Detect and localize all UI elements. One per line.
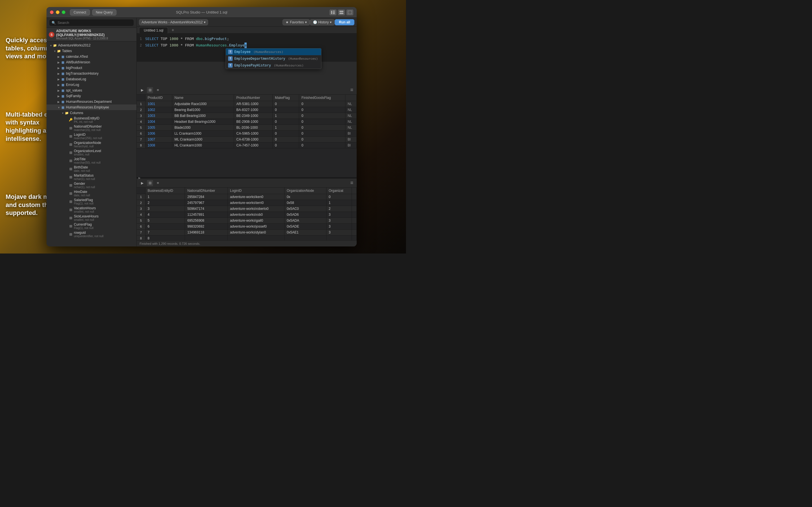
tree-item-col-currentflag[interactable]: ▤ CurrentFlag Flag(1), not null [47,222,137,230]
tree-item-databaselog[interactable]: ▶ ▦ DatabaseLog [47,76,137,82]
favorites-button[interactable]: ★ Favorites ▾ [283,19,310,25]
results-table-1-wrapper[interactable]: ProductID Name ProductNumber MakeFlag Fi… [137,95,357,177]
tree-item-col-hiredate[interactable]: ▤ HireDate date, not null [47,189,137,198]
tree-item-spt-values[interactable]: ▶ ▦ spt_values [47,88,137,93]
tree-item-col-vacationhours[interactable]: ▤ VacationHours smallint, not null [47,206,137,214]
cell-productid[interactable]: 1008 [145,143,172,149]
server-item[interactable]: S ADVENTURE WORKS (SQLFAMILY@MHKNBN2KDZ)… [47,28,137,41]
col-header-productid[interactable]: ProductID [145,95,172,101]
tree-item-hr-employee[interactable]: ▾ ▦ HumanResources.Employee [47,105,137,110]
tree-item-col-organizationlevel[interactable]: ▤ OrganizationLevel smallint, null [47,149,137,157]
db-selector[interactable]: Adventure Works - AdventureWorks2012 ▾ [139,19,208,25]
search-input[interactable] [57,20,132,25]
table-row[interactable]: 8 1008 HL Crankarm1000 CA-7457-1000 0 0 … [137,143,357,149]
connect-button[interactable]: Connect [70,9,90,15]
grid-view-button-2[interactable]: ⊞ [147,180,153,186]
editor-tab-row: Untitled 1.sql + [137,27,357,34]
col-header-organizat[interactable]: Organizat [326,187,352,194]
tree-item-columns-folder[interactable]: ▾ 📁 Columns [47,110,137,116]
cell-productid[interactable]: 1007 [145,136,172,143]
table-row[interactable]: 6 6 998320692 adventure-works\jossef0 0x… [137,224,357,230]
view-split-btn[interactable] [338,10,345,15]
new-query-button[interactable]: New Query [92,9,116,15]
col-header-finishedgoodsflag[interactable]: FinishedGoodsFlag [299,95,345,101]
col-header-productnumber[interactable]: ProductNumber [234,95,273,101]
maximize-button[interactable] [62,10,65,14]
tree-item-col-sickleavehours[interactable]: ▤ SickLeaveHours smallint, not null [47,214,137,222]
results-table-2-wrapper[interactable]: BusinessEntityID NationalIDNumber LoginI… [137,187,357,240]
tree-item-col-gender[interactable]: ▤ Gender nchar(1), not null [47,181,137,189]
col-header-extra[interactable] [345,95,357,101]
editor-tab-untitled[interactable]: Untitled 1.sql [139,27,168,34]
tree-item-col-birthdate[interactable]: ▤ BirthDate date, not null [47,165,137,173]
table-row[interactable]: 3 3 509647174 adventure-works\roberto0 0… [137,206,357,212]
play-button-2[interactable]: ▶ [139,180,145,186]
table-row[interactable]: 8 8 [137,235,357,240]
tree-item-calendar-atest[interactable]: ▶ ▦ calendar.ATest [47,54,137,59]
search-input-wrapper[interactable]: 🔍 [49,19,134,26]
tree-item-adventureworks2012[interactable]: ▾ 📁 AdventureWorks2012 [47,43,137,48]
table-row[interactable]: 3 1003 BB Ball Bearing1000 BE-2349-1000 … [137,113,357,119]
add-tab-button[interactable]: + [169,27,176,33]
view-full-btn[interactable] [347,10,353,15]
col-header-name[interactable]: Name [172,95,234,101]
ac-item-employee[interactable]: T Employee (HumanResources) [226,48,321,55]
run-all-button[interactable]: Run all [335,19,354,25]
col-header-loginid[interactable]: LoginID [227,187,284,194]
tree-item-tables[interactable]: ▾ 📁 Tables [47,48,137,54]
play-button[interactable]: ▶ [139,87,145,93]
cell-nationalidnumber: 134969118 [185,230,227,235]
list-view-button[interactable]: ≡ [155,87,161,93]
table-row[interactable]: 6 1006 LL Crankarm1000 CA-5965-1000 0 0 … [137,131,357,136]
tree-item-bigproduct[interactable]: ▶ ▦ bigProduct [47,65,137,71]
tree-item-awbuildversion[interactable]: ▶ ▦ AWBuildVersion [47,59,137,65]
cell-productid[interactable]: 1005 [145,125,172,131]
tree-item-col-jobtitle[interactable]: ▤ JobTitle nvarchar(50), not null [47,157,137,165]
table-row[interactable]: 4 4 112457891 adventure-works\rob0 0x5AD… [137,212,357,218]
code-editor[interactable]: 1 SELECT TOP 1000 * FROM dbo . bigProduc… [137,34,357,62]
cell-extra2 [352,194,357,200]
table-row[interactable]: 1 1001 Adjustable Race1000 AR-5381-1000 … [137,101,357,107]
col-header-makeflag[interactable]: MakeFlag [273,95,299,101]
history-button[interactable]: 🕐 History ▾ [310,19,335,25]
minimize-button[interactable] [56,10,59,14]
tree-item-col-maritalstatus[interactable]: ▤ MaritalStatus nchar(1), not null [47,173,137,181]
grid-view-button[interactable]: ⊞ [147,87,153,93]
table-row[interactable]: 2 2 245797967 adventure-works\terri0 0x5… [137,200,357,206]
tree-item-hr-department[interactable]: ▶ ▦ HumanResources.Department [47,99,137,105]
tree-item-sqlfamily[interactable]: ▶ ▦ SqlFamily [47,93,137,99]
tree-item-col-nationalidnumber[interactable]: ▤ NationalIDNumber nvarchar(15), not nul… [47,124,137,132]
tree-item-col-loginid[interactable]: ▤ LoginID nvarchar(256), not null [47,132,137,140]
cell-productid[interactable]: 1003 [145,113,172,119]
table-row[interactable]: 5 1005 Blade1000 BL-2036-1000 1 0 NL [137,125,357,131]
tree-item-errorlog[interactable]: ▶ ▦ ErrorLog [47,82,137,88]
table-row[interactable]: 7 1007 ML Crankarm1000 CA-6738-1000 0 0 … [137,136,357,143]
tree-item-col-rowguid[interactable]: ▤ rowguid uniqueidentifier, not null [47,230,137,238]
table-row[interactable]: 1 1 295847284 adventure-works\ken0 0x 0 [137,194,357,200]
split-handle[interactable] [137,177,357,178]
cell-productid[interactable]: 1006 [145,131,172,136]
view-sidebar-btn[interactable] [329,10,336,15]
tree-item-bigtransactionhistory[interactable]: ▶ ▦ bigTransactionHistory [47,71,137,76]
tree-item-col-organizationnode[interactable]: ▤ OrganizationNode hierarchyid, null [47,140,137,149]
menu-button[interactable]: ≡ [349,87,354,93]
list-view-button-2[interactable]: ≡ [155,180,161,186]
col-header-organizationnode[interactable]: OrganizationNode [284,187,326,194]
cell-productid[interactable]: 1002 [145,107,172,113]
ac-item-employee-pay-history[interactable]: T EmployeePayHistory (HumanResources) [226,62,321,69]
tree-item-col-businessentityid[interactable]: 🔑 BusinessEntityID PK, int, not null [47,116,137,124]
table-row[interactable]: 2 1002 Bearing Ball1000 BA-8327-1000 0 0… [137,107,357,113]
menu-button-2[interactable]: ≡ [349,180,354,186]
ac-item-employee-dept-history[interactable]: T EmployeeDepartmentHistory (HumanResour… [226,55,321,62]
cell-productid[interactable]: 1001 [145,101,172,107]
cell-productid[interactable]: 1004 [145,119,172,125]
col-name: Gender [74,182,95,186]
col-header-nationalidnumber[interactable]: NationalIDNumber [185,187,227,194]
col-header-businessentityid[interactable]: BusinessEntityID [145,187,185,194]
table-row[interactable]: 7 7 134969118 adventure-works\dylan0 0x5… [137,230,357,235]
tree-item-col-salariedflag[interactable]: ▤ SalariedFlag Flag(1), not null [47,198,137,206]
table-row[interactable]: 4 1004 Headset Ball Bearings1000 BE-2908… [137,119,357,125]
table-row[interactable]: 5 5 695256908 adventure-works\gail0 0x5A… [137,218,357,224]
close-button[interactable] [50,10,54,14]
row-number: 2 [137,200,145,206]
